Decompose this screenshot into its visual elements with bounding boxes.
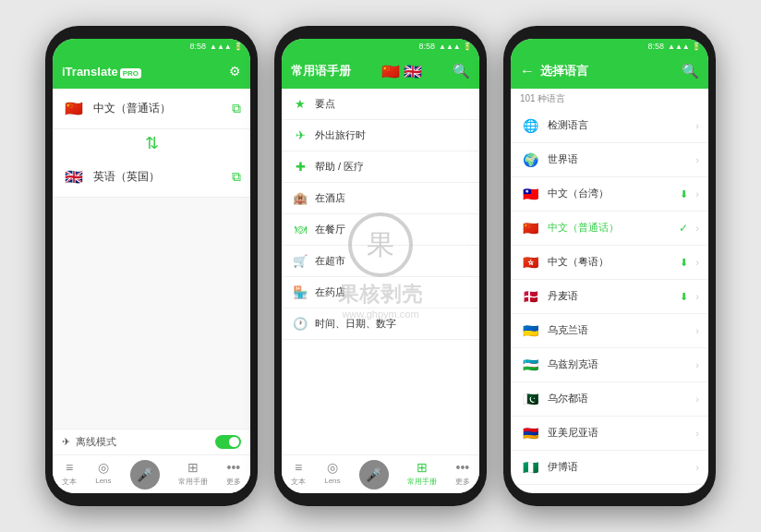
flag-detect: 🌐 (520, 115, 540, 136)
search-icon-3[interactable]: 🔍 (682, 63, 699, 79)
p1-logo: iTranslatePRO (62, 65, 141, 79)
list-item[interactable]: ✚ 帮助 / 医疗 (282, 151, 479, 183)
chevron-icon: › (695, 291, 699, 302)
p1-lang-to[interactable]: 🇬🇧 英语（英国） ⧉ (53, 157, 250, 198)
copy-icon-to[interactable]: ⧉ (232, 169, 241, 185)
lang-item-detect[interactable]: 🌐 检测语言 › (511, 109, 708, 143)
p2-nav: ≡ 文本 ◎ Lens 🎤 ⊞ 常用手册 ••• 更多 (282, 454, 479, 493)
phrasebook-icon-2: ⊞ (417, 460, 428, 475)
item-label: 在药店 (315, 285, 345, 299)
text-icon-2: ≡ (295, 460, 302, 475)
flag-taiwan: 🇹🇼 (520, 184, 540, 204)
p3-title: 选择语言 (540, 63, 682, 79)
lang-item-igbo[interactable]: 🇳🇬 伊博语 › (511, 451, 708, 485)
item-label: 在餐厅 (315, 223, 345, 236)
lang-item-am[interactable]: 🇦🇲 亚美尼亚语 › (511, 417, 708, 451)
lang-to-label: 英语（英国） (93, 169, 224, 185)
flag-russia: 🇷🇺 (520, 491, 540, 493)
p1-content-area (53, 198, 250, 429)
swap-icon[interactable]: ⇅ (145, 133, 159, 153)
p2-list: ★ 要点 ✈ 外出旅行时 ✚ 帮助 / 医疗 🏨 在酒店 🍽 在餐厅 (282, 89, 479, 454)
p3-count: 101 种语言 (511, 89, 708, 109)
mic-button-1[interactable]: 🎤 (130, 460, 160, 490)
flag-uzbek: 🇺🇿 (520, 355, 540, 375)
item-label: 外出旅行时 (315, 128, 366, 142)
lang-item-ru[interactable]: 🇷🇺 俄语 ⬇ › (511, 485, 708, 493)
back-button[interactable]: ← (520, 63, 535, 79)
lang-item-uz[interactable]: 🇺🇿 乌兹别克语 › (511, 348, 708, 382)
lang-label: 亚美尼亚语 (548, 427, 688, 440)
chevron-icon: › (695, 120, 699, 131)
lang-item-hk[interactable]: 🇭🇰 中文（粤语） ⬇ › (511, 246, 708, 280)
list-item[interactable]: 🏨 在酒店 (282, 183, 479, 214)
lang-item-tw[interactable]: 🇹🇼 中文（台湾） ⬇ › (511, 177, 708, 212)
list-item[interactable]: 🍽 在餐厅 (282, 214, 479, 246)
flag-ukraine: 🇺🇦 (520, 320, 540, 341)
nav-text-1[interactable]: ≡ 文本 (62, 460, 77, 490)
flag-china: 🇨🇳 (520, 218, 540, 238)
flag-nigeria: 🇳🇬 (520, 457, 540, 478)
nav-more-1[interactable]: ••• 更多 (226, 460, 241, 490)
flag-armenia: 🇦🇲 (520, 423, 540, 443)
lang-label: 中文（粤语） (548, 256, 672, 269)
offline-toggle[interactable] (215, 435, 241, 449)
lang-item-cn[interactable]: 🇨🇳 中文（普通话） ✓ › (511, 212, 708, 246)
lang-label: 中文（普通话） (548, 222, 671, 235)
lang-item-pk[interactable]: 🇵🇰 乌尔都语 › (511, 382, 708, 417)
chevron-icon: › (695, 223, 699, 234)
search-icon-2[interactable]: 🔍 (453, 63, 470, 79)
p1-offline-row: ✈ 离线模式 (53, 429, 250, 454)
status-icons-2: ▲▲▲ 🔋 (439, 42, 472, 51)
phone-3: 8:58 ▲▲▲ 🔋 ← 选择语言 🔍 101 种语言 🌐 检测语言 › 🌍 世… (503, 26, 716, 506)
nav-mic-1[interactable]: 🎤 (130, 460, 160, 490)
status-icons-3: ▲▲▲ 🔋 (668, 42, 701, 51)
lang-label: 乌克兰语 (548, 324, 688, 337)
item-label: 帮助 / 医疗 (315, 160, 364, 174)
flag-hk: 🇭🇰 (520, 252, 540, 272)
plane-icon: ✈ (293, 128, 308, 142)
nav-more-2[interactable]: ••• 更多 (455, 460, 470, 490)
download-icon[interactable]: ⬇ (680, 257, 688, 269)
flag-uk: 🇬🇧 (62, 165, 86, 189)
chevron-icon: › (695, 154, 699, 165)
text-icon-1: ≡ (66, 460, 73, 475)
more-icon-1: ••• (227, 460, 241, 475)
lang-item-esperanto[interactable]: 🌍 世界语 › (511, 143, 708, 177)
status-time-1: 8:58 (189, 42, 206, 51)
item-label: 在酒店 (315, 191, 345, 205)
p1-lang-from[interactable]: 🇨🇳 中文（普通话） ⧉ (53, 89, 250, 129)
list-item[interactable]: ★ 要点 (282, 89, 479, 120)
item-label: 要点 (315, 97, 335, 111)
gear-icon[interactable]: ⚙ (229, 64, 241, 79)
phones-container: 8:58 ▲▲▲ 🔋 iTranslatePRO ⚙ 🇨🇳 中文（普通话） ⧉ … (45, 26, 716, 506)
chevron-icon: › (695, 257, 699, 268)
p3-lang-list: 🌐 检测语言 › 🌍 世界语 › 🇹🇼 中文（台湾） ⬇ › 🇨🇳 (511, 109, 708, 493)
mic-button-2[interactable]: 🎤 (359, 460, 389, 490)
nav-text-2[interactable]: ≡ 文本 (291, 460, 306, 490)
lang-item-ua[interactable]: 🇺🇦 乌克兰语 › (511, 314, 708, 348)
list-item[interactable]: ✈ 外出旅行时 (282, 120, 479, 151)
chevron-icon: › (695, 462, 699, 473)
copy-icon-from[interactable]: ⧉ (232, 101, 241, 116)
p1-swap[interactable]: ⇅ (53, 129, 250, 157)
flag-chinese: 🇨🇳 (62, 97, 86, 121)
nav-phrasebook-1[interactable]: ⊞ 常用手册 (178, 460, 208, 490)
nav-lens-2[interactable]: ◎ Lens (324, 460, 340, 490)
list-item[interactable]: 🕐 时间、日期、数字 (282, 308, 479, 340)
lang-item-dk[interactable]: 🇩🇰 丹麦语 ⬇ › (511, 280, 708, 314)
lang-from-label: 中文（普通话） (93, 101, 224, 116)
pharmacy-icon: 🏪 (293, 285, 308, 299)
nav-mic-2[interactable]: 🎤 (359, 460, 389, 490)
list-item[interactable]: 🛒 在超市 (282, 246, 479, 277)
list-item[interactable]: 🏪 在药店 (282, 277, 479, 308)
lang-label: 中文（台湾） (548, 187, 672, 200)
item-label: 时间、日期、数字 (315, 317, 396, 331)
download-icon[interactable]: ⬇ (680, 188, 688, 200)
flag-urdu: 🇵🇰 (520, 389, 540, 409)
lens-icon-1: ◎ (98, 460, 109, 475)
p2-title: 常用语手册 (291, 63, 351, 79)
nav-phrasebook-2[interactable]: ⊞ 常用手册 (407, 460, 437, 490)
download-icon[interactable]: ⬇ (680, 291, 688, 303)
chevron-icon: › (695, 188, 699, 200)
nav-lens-1[interactable]: ◎ Lens (95, 460, 111, 490)
